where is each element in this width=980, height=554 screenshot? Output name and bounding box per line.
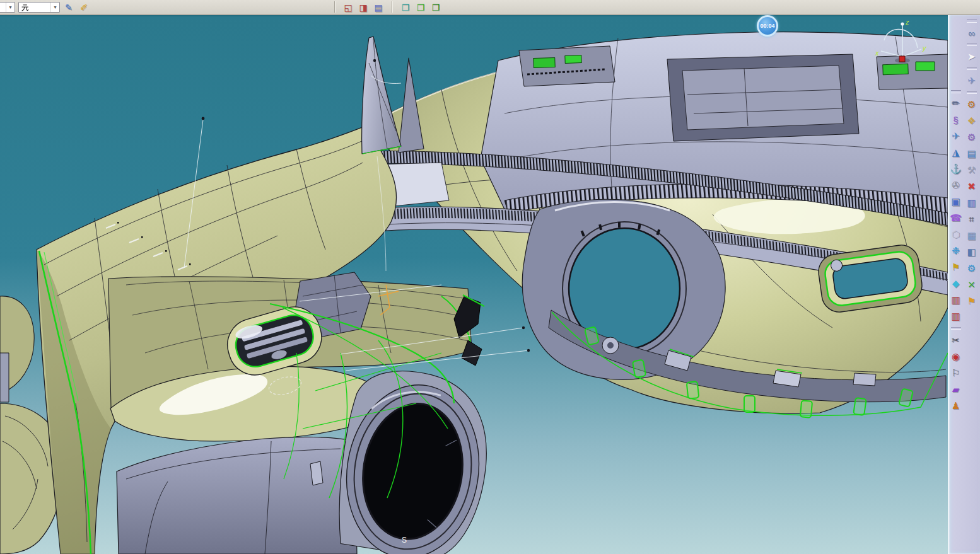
- sailboat-icon[interactable]: ◮: [949, 144, 963, 161]
- chevron-down-icon: ▾: [50, 3, 59, 12]
- painter-icon[interactable]: ✎: [62, 1, 75, 13]
- exchange-delete-icon[interactable]: ✖: [965, 178, 979, 195]
- deck-right-recess: [877, 54, 948, 89]
- recording-timer-badge[interactable]: 00:04: [757, 15, 778, 37]
- plane-icon[interactable]: ✈: [949, 128, 963, 144]
- select-cursor-icon[interactable]: ➤: [965, 49, 979, 65]
- folder-checkin-icon[interactable]: ❐: [399, 1, 412, 13]
- anchor-icon[interactable]: ⚓: [949, 161, 963, 177]
- toolbar-separator: [967, 67, 977, 70]
- deck-left-recess: [519, 46, 615, 86]
- record-icon[interactable]: ◉: [949, 349, 963, 365]
- file-toolbar-separator: [390, 1, 395, 13]
- layer-combo[interactable]: ▾: [18, 2, 60, 13]
- 3d-viewport[interactable]: z y x S: [0, 14, 948, 554]
- toolbar-separator: [951, 327, 961, 330]
- link-manager-icon[interactable]: ∞: [965, 25, 979, 41]
- pdm-table-edit-icon[interactable]: ◨: [357, 1, 370, 13]
- toolbar-separator: [967, 91, 977, 94]
- vertex-label: S: [402, 536, 407, 545]
- svg-text:z: z: [905, 18, 909, 26]
- file-tools-group: ❐❐❐: [397, 1, 442, 13]
- svg-text:x: x: [875, 49, 879, 57]
- toolbar-separator: [967, 43, 977, 46]
- pliers-tool-icon[interactable]: ⚒: [965, 162, 979, 178]
- catalog-browser-icon[interactable]: ❖: [965, 113, 979, 129]
- assembly-gears-icon[interactable]: ⚙: [965, 129, 979, 146]
- pin-flag-icon[interactable]: ⚐: [949, 365, 963, 381]
- inner-toolbar-column: ✏§✈◮⚓✇▣☎⬡❉⚑◆▥▥✂◉⚐▰♟: [948, 14, 964, 414]
- structure-grid-icon[interactable]: ⌗: [965, 211, 979, 228]
- screen-annotation-icon[interactable]: ▣: [949, 193, 963, 210]
- toolbar-gripper[interactable]: [951, 90, 961, 93]
- shelf-b-icon[interactable]: ▥: [949, 308, 963, 325]
- ghost-hide-icon[interactable]: ⬡: [949, 226, 963, 243]
- outer-toolbar-column: ∞➤✈⚙❖⚙▤⚒✖▥⌗▦◧⚙✕⚑: [964, 14, 979, 414]
- render-style-icon[interactable]: ⚙: [965, 96, 979, 113]
- dmu-vehicle-icon[interactable]: ⚙: [965, 260, 979, 277]
- device-phone-icon[interactable]: ☎: [949, 210, 963, 226]
- folder-checkout-icon[interactable]: ❐: [414, 1, 427, 13]
- flag-icon[interactable]: ⚑: [949, 259, 963, 275]
- right-workbench-toolbar: ✏§✈◮⚓✇▣☎⬡❉⚑◆▥▥✂◉⚐▰♟ ∞➤✈⚙❖⚙▤⚒✖▥⌗▦◧⚙✕⚑: [948, 14, 980, 554]
- shelf-a-icon[interactable]: ▥: [949, 292, 963, 308]
- wizard-brush-icon[interactable]: ✐: [78, 1, 90, 13]
- pdm-query-icon[interactable]: ◱: [342, 1, 354, 13]
- doc-export-icon[interactable]: ▤: [965, 146, 979, 162]
- fly-mode-icon[interactable]: ✈: [965, 72, 979, 89]
- catia-application-window: { "app": { "name": "CATIA 3D viewport", …: [0, 0, 980, 554]
- pattern-gears-icon[interactable]: ❉: [949, 243, 963, 259]
- chevron-down-icon: ▾: [6, 3, 15, 12]
- pdm-toolbar-separator: [332, 1, 337, 13]
- folder-gear-icon[interactable]: ◧: [965, 244, 979, 260]
- graphic-properties-toolbar: … ▾ ▾ ✎✐ ◱◨▤ ❐❐❐: [0, 0, 980, 15]
- deck-center-opening: [667, 54, 859, 141]
- toolbar-gripper[interactable]: [967, 20, 977, 23]
- clipped-property-combo[interactable]: … ▾: [0, 2, 15, 13]
- folder-import-icon[interactable]: ❐: [429, 1, 442, 13]
- pdm-catalog-icon[interactable]: ▤: [372, 1, 385, 13]
- paint-tools-group: ✎✐: [60, 1, 90, 13]
- layer-combo-glyph: [21, 3, 29, 11]
- timer-value: 00:04: [760, 23, 774, 29]
- bookshelf-icon[interactable]: ▥: [965, 195, 979, 211]
- door-trim-panel[interactable]: [108, 272, 530, 554]
- layer-stack-icon[interactable]: ▦: [965, 228, 979, 244]
- stamp-icon[interactable]: ▰: [949, 381, 963, 398]
- airbrush-icon[interactable]: ✏: [949, 95, 963, 112]
- helix-icon[interactable]: §: [949, 112, 963, 128]
- manikin-icon[interactable]: ⚑: [965, 293, 979, 309]
- worker-box-icon[interactable]: ♟: [949, 398, 963, 414]
- gem-icon[interactable]: ◆: [949, 275, 963, 292]
- pdm-tools-group: ◱◨▤: [339, 1, 385, 13]
- clash-check-icon[interactable]: ✕: [965, 277, 979, 293]
- cut-section-icon[interactable]: ✂: [949, 332, 963, 349]
- attach-clip-icon[interactable]: ✇: [949, 177, 963, 193]
